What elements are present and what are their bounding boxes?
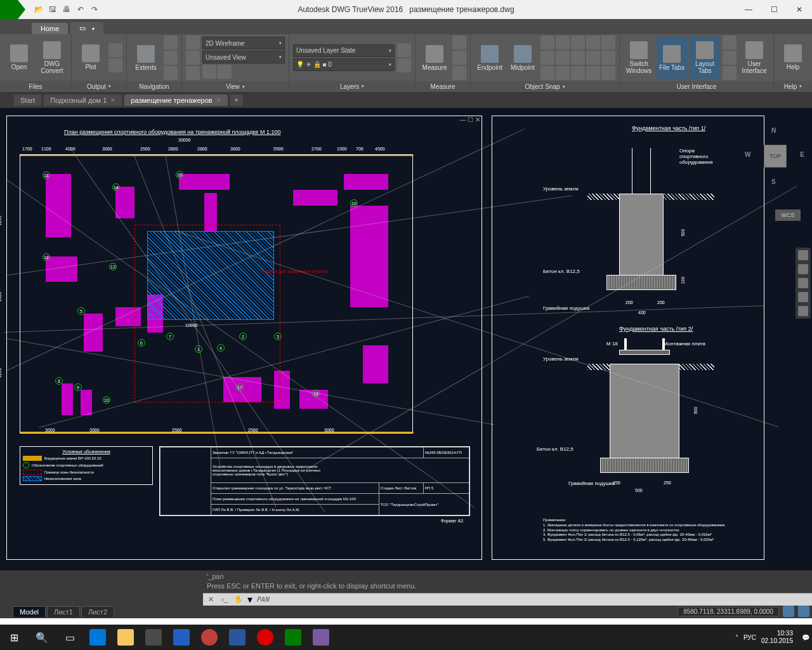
viewport-2[interactable]: Фундаментная часть /тип 1/ Уровень земли… bbox=[492, 116, 764, 560]
snap-7[interactable] bbox=[556, 51, 570, 65]
snap-10[interactable] bbox=[601, 51, 615, 65]
open-button[interactable]: Open bbox=[4, 37, 34, 79]
nav-zoom-icon[interactable] bbox=[798, 278, 808, 288]
viewcube[interactable]: N S E W TOP bbox=[750, 131, 801, 182]
layout-tabs-button[interactable]: Layout Tabs bbox=[690, 37, 720, 79]
tray-up-icon[interactable]: ˄ bbox=[735, 634, 738, 641]
notifications-icon[interactable]: 💬 bbox=[802, 634, 809, 641]
nav-orbit-icon[interactable] bbox=[798, 292, 808, 302]
export-button[interactable] bbox=[108, 58, 122, 72]
dwg-convert-button[interactable]: DWG Convert bbox=[37, 37, 67, 79]
yandex-icon[interactable] bbox=[251, 625, 279, 650]
nav-pan-icon[interactable] bbox=[798, 264, 808, 274]
maximize-button[interactable]: ☐ bbox=[761, 0, 787, 19]
app-icon-2[interactable] bbox=[195, 625, 223, 650]
clock[interactable]: 10:3302.10.2015 bbox=[761, 630, 797, 645]
view-btn-1[interactable] bbox=[186, 36, 200, 50]
status-btn-1[interactable] bbox=[783, 606, 794, 617]
search-icon[interactable]: 🔍 bbox=[28, 625, 56, 650]
layer-btn-1[interactable] bbox=[397, 43, 411, 57]
close-button[interactable]: ✕ bbox=[787, 0, 812, 19]
qat-undo-icon[interactable]: ↶ bbox=[75, 4, 86, 15]
ui-s1[interactable] bbox=[723, 36, 737, 50]
qat-open-icon[interactable]: 📂 bbox=[33, 4, 44, 15]
word-icon[interactable] bbox=[223, 625, 251, 650]
app-icon[interactable] bbox=[0, 0, 25, 19]
trueview-icon[interactable] bbox=[279, 625, 307, 650]
view-btn-3[interactable] bbox=[186, 66, 200, 80]
snap-15[interactable] bbox=[601, 66, 615, 80]
add-tab-button[interactable]: + bbox=[230, 95, 243, 106]
snap-4[interactable] bbox=[586, 36, 600, 50]
start-button[interactable]: ⊞ bbox=[0, 625, 28, 650]
snap-11[interactable] bbox=[540, 66, 554, 80]
orbit-button[interactable] bbox=[164, 51, 178, 65]
switch-windows-button[interactable]: Switch Windows bbox=[624, 37, 654, 79]
qat-save-icon[interactable]: 🖫 bbox=[47, 4, 58, 15]
layout-tab-1[interactable]: Лист1 bbox=[47, 606, 80, 617]
edge-icon[interactable] bbox=[84, 625, 112, 650]
snap-9[interactable] bbox=[586, 51, 600, 65]
plot-button[interactable]: Plot bbox=[75, 37, 106, 79]
wcs-badge[interactable]: WCS bbox=[775, 209, 801, 221]
midpoint-button[interactable]: Midpoint bbox=[508, 37, 538, 79]
ui-s3[interactable] bbox=[723, 66, 737, 80]
measure-button[interactable]: Measure bbox=[419, 37, 450, 79]
file-tab-2[interactable]: Подхозный дом 1✕ bbox=[44, 95, 122, 106]
explorer-icon[interactable] bbox=[112, 625, 140, 650]
qat-redo-icon[interactable]: ↷ bbox=[89, 4, 100, 15]
nav-bar[interactable] bbox=[796, 248, 811, 319]
file-tabs-button[interactable]: File Tabs bbox=[657, 37, 687, 79]
nav-wheel-icon[interactable] bbox=[798, 250, 808, 260]
cmd-chevron-icon[interactable]: ›_ bbox=[219, 594, 230, 604]
pan-button[interactable] bbox=[164, 36, 178, 50]
layer-btn-2[interactable] bbox=[397, 58, 411, 72]
snap-13[interactable] bbox=[571, 66, 585, 80]
snap-6[interactable] bbox=[540, 51, 554, 65]
snap-3[interactable] bbox=[571, 36, 585, 50]
file-tab-start[interactable]: Start bbox=[14, 95, 41, 106]
measure-s1[interactable] bbox=[452, 36, 466, 50]
layer-state-combo[interactable]: Unsaved Layer State▾ bbox=[293, 44, 395, 57]
app-icon-3[interactable] bbox=[307, 625, 335, 650]
cmd-close-icon[interactable]: ✕ bbox=[206, 594, 216, 604]
measure-s2[interactable] bbox=[452, 51, 466, 65]
tc-icon[interactable] bbox=[167, 625, 195, 650]
tab-home[interactable]: Home bbox=[32, 23, 68, 34]
snap-12[interactable] bbox=[556, 66, 570, 80]
command-input[interactable] bbox=[256, 595, 809, 604]
visual-style-combo[interactable]: 2D Wireframe▾ bbox=[202, 37, 285, 50]
tab-plugins[interactable]: ▭▾ bbox=[70, 22, 103, 34]
viewport-1[interactable]: — ☐ ✕ План размещения спортивного оборуд… bbox=[6, 116, 482, 560]
taskview-icon[interactable]: ▭ bbox=[56, 625, 84, 650]
store-icon[interactable] bbox=[140, 625, 167, 650]
user-interface-button[interactable]: User Interface bbox=[739, 37, 769, 79]
zoom-button[interactable] bbox=[164, 66, 178, 80]
snap-8[interactable] bbox=[571, 51, 585, 65]
help-button[interactable]: Help bbox=[778, 37, 808, 79]
status-btn-2[interactable] bbox=[798, 606, 809, 617]
qat-plot-icon[interactable]: 🖶 bbox=[61, 4, 72, 15]
snap-14[interactable] bbox=[586, 66, 600, 80]
named-view-combo[interactable]: Unsaved View▾ bbox=[202, 51, 285, 63]
view-small-2[interactable] bbox=[218, 65, 232, 79]
viewport-controls[interactable]: — ☐ ✕ bbox=[459, 116, 480, 123]
measure-s3[interactable] bbox=[452, 66, 466, 80]
endpoint-button[interactable]: Endpoint bbox=[475, 37, 505, 79]
layout-tab-model[interactable]: Model bbox=[13, 606, 46, 617]
layout-tab-2[interactable]: Лист2 bbox=[81, 606, 114, 617]
snap-1[interactable] bbox=[540, 36, 554, 50]
batch-plot-button[interactable] bbox=[108, 43, 122, 57]
file-tab-3[interactable]: размещение тренажеров✕ bbox=[124, 95, 227, 106]
view-btn-2[interactable] bbox=[186, 51, 200, 65]
snap-2[interactable] bbox=[556, 36, 570, 50]
drawing-area[interactable]: — ☐ ✕ План размещения спортивного оборуд… bbox=[0, 108, 812, 570]
snap-5[interactable] bbox=[601, 36, 615, 50]
extents-button[interactable]: Extents bbox=[131, 37, 161, 79]
nav-showmotion-icon[interactable] bbox=[798, 306, 808, 316]
minimize-button[interactable]: — bbox=[736, 0, 761, 19]
view-small-1[interactable] bbox=[202, 65, 216, 79]
lang-indicator[interactable]: РУС bbox=[743, 634, 756, 641]
ui-s2[interactable] bbox=[723, 51, 737, 65]
layer-combo[interactable]: 💡 ☀ 🔒 ■ 0▾ bbox=[293, 58, 395, 71]
